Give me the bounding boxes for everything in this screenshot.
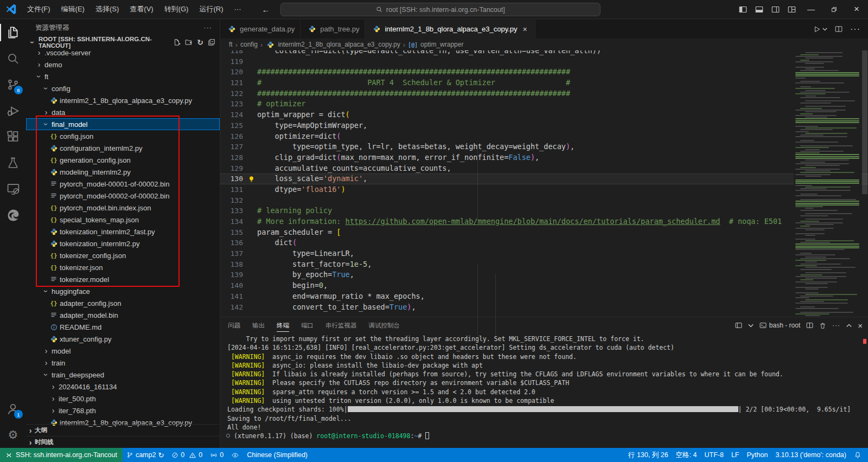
tree-folder-final_model[interactable]: ›final_model [26,118,220,130]
refresh-icon[interactable]: ↻ [197,38,203,47]
code-line-128[interactable]: 128 clip_grad=dict(max_norm=max_norm, er… [220,152,868,163]
tree-file-adapter_config.json[interactable]: {}adapter_config.json [26,297,220,309]
menu-overflow-icon[interactable]: ··· [228,0,246,18]
tree-folder-data[interactable]: ›data [26,106,220,118]
minimize-button[interactable]: — [800,0,822,18]
tree-folder-20240416_161134[interactable]: ›20240416_161134 [26,381,220,393]
run-python-icon[interactable] [813,25,827,33]
activity-testing-icon[interactable] [0,150,26,176]
tab-generate_data.py[interactable]: generate_data.py [220,20,301,39]
tree-folder-iter_768.pth[interactable]: ›iter_768.pth [26,405,220,416]
panel-tab-4[interactable]: 串行监视器 [326,319,357,331]
tree-folder-huggingface[interactable]: ›huggingface [26,285,220,297]
menu-item-1[interactable]: 编辑(E) [56,0,90,18]
terminal-output[interactable]: Try to import numpy first or set the thr… [220,335,860,447]
status-right-0[interactable]: 行 130, 列 26 [624,448,672,462]
editor-more-icon[interactable]: ··· [850,24,860,34]
language-status[interactable]: Chinese (Simplified) [243,448,311,462]
code-line-122[interactable]: 122#####################################… [220,88,868,99]
scrollbar-thumb[interactable] [862,50,867,194]
panel-tab-5[interactable]: 调试控制台 [369,319,400,331]
breadcrumb-item[interactable]: ft [229,41,233,48]
toggle-sidebar-icon[interactable] [735,0,751,18]
tree-file-README.md[interactable]: README.md [26,321,220,333]
code-line-120[interactable]: 120#####################################… [220,67,868,78]
toggle-panel-icon[interactable] [751,0,767,18]
code-line-124[interactable]: 124optim_wrapper = dict( [220,110,868,120]
launch-profile-icon[interactable] [735,322,742,329]
tree-folder-train[interactable]: ›train [26,357,220,369]
status-right-5[interactable]: 3.10.13 ('demo': conda) [771,448,850,462]
close-tab-icon[interactable]: × [521,25,529,34]
activity-explorer-icon[interactable] [0,20,26,46]
tree-file-special_tokens_map.json[interactable]: {}special_tokens_map.json [26,214,220,226]
tree-file-internlm2_1_8b_qlora_alpaca_e3_copy.py[interactable]: internlm2_1_8b_qlora_alpaca_e3_copy.py [26,94,220,106]
tree-file-tokenization_internlm2.py[interactable]: tokenization_internlm2.py [26,238,220,249]
code-line-139[interactable]: 139 by_epoch=True, [220,270,868,280]
code-line-133[interactable]: 133# learning policy [220,206,868,216]
breadcrumb-item[interactable]: optim_wrapper [420,41,463,48]
sidebar-more-actions-icon[interactable]: ··· [204,24,213,31]
code-line-119[interactable]: 119 [220,56,868,67]
code-line-138[interactable]: 138 start_factor=1e-5, [220,259,868,270]
breadcrumb-item[interactable]: internlm2_1_8b_qlora_alpaca_e3_copy.py [278,41,400,48]
restore-button[interactable] [822,0,845,18]
panel-tab-1[interactable]: 输出 [252,319,265,331]
tree-file-adapter_model.bin[interactable]: adapter_model.bin [26,309,220,321]
code-line-132[interactable]: 132 [220,195,868,206]
panel-more-icon[interactable]: ··· [832,322,840,329]
code-line-118[interactable]: 118 collate_fn=dict(type=default_collate… [220,50,868,56]
status-right-2[interactable]: UTF-8 [701,448,727,462]
status-right-4[interactable]: Python [743,448,772,462]
tree-file-pytorch_model.bin.index.json[interactable]: {}pytorch_model.bin.index.json [26,202,220,214]
screencast-item[interactable] [227,448,243,462]
tree-file-xtuner_config.py[interactable]: xtuner_config.py [26,333,220,345]
tree-folder-model[interactable]: ›model [26,345,220,357]
tree-folder-demo[interactable]: ›demo [26,59,220,70]
activity-extensions-icon[interactable] [0,124,26,150]
split-terminal-icon[interactable] [806,322,813,329]
new-folder-icon[interactable] [185,39,193,46]
collapse-all-icon[interactable] [208,39,215,46]
code-editor[interactable]: 118 collate_fn=dict(type=default_collate… [220,50,868,317]
menu-item-4[interactable]: 转到(G) [159,0,194,18]
menu-item-2[interactable]: 选择(S) [90,0,124,18]
new-file-icon[interactable] [173,39,181,46]
tree-folder-iter_500.pth[interactable]: ›iter_500.pth [26,393,220,405]
code-line-137[interactable]: 137 type=LinearLR, [220,248,868,259]
status-right-3[interactable]: LF [727,448,743,462]
panel-tab-0[interactable]: 问题 [228,319,240,331]
menu-item-3[interactable]: 查看(V) [124,0,158,18]
tree-file-modeling_internlm2.py[interactable]: modeling_internlm2.py [26,166,220,178]
git-branch-item[interactable]: camp2 ↻ [123,448,168,462]
tree-folder-.vscode-server[interactable]: ›.vscode-server [26,47,220,59]
nav-back-icon[interactable]: ← [261,5,270,14]
customize-layout-icon[interactable] [783,0,800,18]
kill-terminal-icon[interactable] [819,322,826,329]
activity-accounts-icon[interactable]: 1 [0,396,26,422]
tree-file-tokenization_internlm2_fast.py[interactable]: tokenization_internlm2_fast.py [26,226,220,238]
minimap[interactable] [794,50,861,317]
split-editor-icon[interactable] [835,25,843,33]
terminal-instance[interactable]: bash - root [760,322,800,329]
tree-file-tokenizer_config.json[interactable]: {}tokenizer_config.json [26,249,220,261]
panel-tab-2[interactable]: 终端 [277,319,289,332]
tree-file-config.json[interactable]: {}config.json [26,130,220,142]
code-line-141[interactable]: 141 end=warmup_ratio * max_epochs, [220,291,868,302]
status-right-1[interactable]: 空格: 4 [672,448,701,462]
menu-item-5[interactable]: 运行(R) [194,0,228,18]
code-line-131[interactable]: 131 dtype='float16') [220,184,868,195]
notifications-bell-icon[interactable] [850,448,868,462]
breadcrumb-item[interactable]: config [240,41,258,48]
command-center-search[interactable]: root [SSH: ssh.intern-ai.org.cn-Tancout] [280,3,601,16]
ports-item[interactable]: 0 [206,448,227,462]
code-line-142[interactable]: 142 convert_to_iter_based=True), [220,302,868,313]
activity-remote-explorer-icon[interactable] [0,176,26,202]
close-window-button[interactable]: × [845,0,868,18]
breadcrumb[interactable]: ft›config›internlm2_1_8b_qlora_alpaca_e3… [220,39,868,50]
activity-source-control-icon[interactable]: 8 [0,72,26,98]
activity-run-debug-icon[interactable] [0,98,26,124]
tree-file-pytorch_model-00002-of-00002.bin[interactable]: pytorch_model-00002-of-00002.bin [26,190,220,202]
panel-tab-3[interactable]: 端口 [301,319,314,331]
code-line-126[interactable]: 126 optimizer=dict( [220,131,868,142]
